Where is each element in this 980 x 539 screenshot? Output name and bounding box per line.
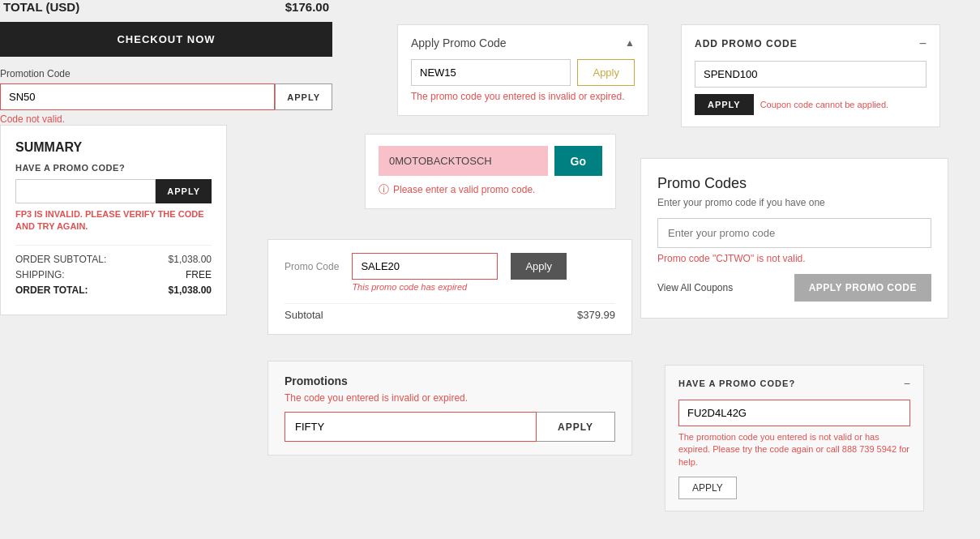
promo-apply-panel: Promo Code This promo code has expired A… <box>267 239 632 335</box>
shipping-label: SHIPPING: <box>15 269 65 280</box>
go-input-row: Go <box>379 146 602 176</box>
have-promo-apply-button[interactable]: APPLY <box>678 477 737 499</box>
apply-promo-button[interactable]: Apply <box>577 59 635 86</box>
promo-subtotal-row: Subtotal $379.99 <box>285 303 615 321</box>
have-promo-label: HAVE A PROMO CODE? <box>15 163 212 173</box>
apply-promo-input[interactable] <box>411 59 571 86</box>
go-error-row: ⓘ Please enter a valid promo code. <box>379 182 602 197</box>
have-promo-input[interactable] <box>678 400 910 426</box>
summary-promo-error: FP3 IS INVALID. PLEASE VERIFY THE CODE A… <box>15 208 212 233</box>
have-promo-panel-title: HAVE A PROMO CODE? <box>678 379 795 388</box>
have-promo-error: The promotion code you entered is not va… <box>678 431 910 468</box>
go-button[interactable]: Go <box>554 146 602 176</box>
promotions-input[interactable] <box>285 412 537 442</box>
promotions-apply-button[interactable]: APPLY <box>537 412 615 442</box>
promo-input-row: APPLY <box>0 83 332 110</box>
summary-subtotal-row: ORDER SUBTOTAL: $1,038.00 <box>15 254 212 265</box>
go-panel: Go ⓘ Please enter a valid promo code. <box>365 134 616 209</box>
apply-promo-error: The promo code you entered is invalid or… <box>411 91 635 102</box>
checkout-panel: TOTAL (USD) $176.00 CHECKOUT NOW Promoti… <box>0 0 332 125</box>
apply-promo-input-row: Apply <box>411 59 635 86</box>
add-promo-title: ADD PROMO CODE <box>695 38 798 49</box>
apply-promo-panel: Apply Promo Code ▲ Apply The promo code … <box>397 24 648 116</box>
promo-codes-panel: Promo Codes Enter your promo code if you… <box>640 158 948 319</box>
apply-promo-title: Apply Promo Code <box>411 36 507 49</box>
promo-code-label: Promotion Code <box>0 68 332 79</box>
promotions-panel: Promotions The code you entered is inval… <box>267 361 632 456</box>
shipping-value: FREE <box>186 269 212 280</box>
have-promo-panel-header: HAVE A PROMO CODE? − <box>678 377 910 390</box>
add-promo-apply-button[interactable]: APPLY <box>695 94 754 115</box>
promo-codes-error: Promo code "CJTWO" is not valid. <box>657 253 931 264</box>
promo-code-field-label: Promo Code <box>285 253 339 272</box>
promo-codes-input[interactable] <box>657 218 931 248</box>
summary-shipping-row: SHIPPING: FREE <box>15 269 212 280</box>
total-label: TOTAL (USD) <box>3 0 79 14</box>
add-promo-panel: ADD PROMO CODE − APPLY Coupon code canno… <box>681 24 940 127</box>
summary-panel: SUMMARY HAVE A PROMO CODE? APPLY FP3 IS … <box>0 125 227 315</box>
total-amount: $176.00 <box>285 0 329 14</box>
total-row: TOTAL (USD) $176.00 <box>0 0 332 14</box>
promo-code-input[interactable] <box>0 83 275 110</box>
promo-apply-button[interactable]: APPLY <box>275 83 332 110</box>
checkout-button[interactable]: CHECKOUT NOW <box>0 22 332 57</box>
view-coupons-link[interactable]: View All Coupons <box>657 282 733 293</box>
promo-codes-title: Promo Codes <box>657 175 931 192</box>
have-promo-minus-icon[interactable]: − <box>904 377 910 390</box>
summary-promo-row: APPLY <box>15 179 212 203</box>
promo-code-row: Promo Code This promo code has expired A… <box>285 253 615 292</box>
minus-icon[interactable]: − <box>919 36 927 51</box>
promo-codes-subtitle: Enter your promo code if you have one <box>657 197 931 208</box>
order-total-label: ORDER TOTAL: <box>15 284 88 296</box>
promo-subtotal-value: $379.99 <box>577 309 615 321</box>
summary-total-row: ORDER TOTAL: $1,038.00 <box>15 284 212 296</box>
subtotal-value: $1,038.00 <box>169 254 212 265</box>
summary-divider <box>15 245 212 246</box>
subtotal-label: ORDER SUBTOTAL: <box>15 254 106 265</box>
promo-expired-msg: This promo code has expired <box>352 282 498 292</box>
promo-subtotal-label: Subtotal <box>285 309 323 321</box>
summary-title: SUMMARY <box>15 140 212 155</box>
promo-codes-footer: View All Coupons APPLY PROMO CODE <box>657 274 931 302</box>
promotions-title: Promotions <box>285 374 615 387</box>
chevron-up-icon[interactable]: ▲ <box>625 37 635 49</box>
go-promo-input[interactable] <box>379 146 548 176</box>
promotions-input-row: APPLY <box>285 412 615 442</box>
have-promo-panel: HAVE A PROMO CODE? − The promotion code … <box>665 365 924 511</box>
promotions-error: The code you entered is invalid or expir… <box>285 392 615 404</box>
summary-apply-button[interactable]: APPLY <box>156 179 212 203</box>
add-promo-header: ADD PROMO CODE − <box>695 36 927 51</box>
promo-code-col: This promo code has expired <box>352 253 498 292</box>
add-promo-coupon-error: Coupon code cannot be applied. <box>760 100 888 109</box>
go-error-text: Please enter a valid promo code. <box>393 184 535 195</box>
apply-promo-header: Apply Promo Code ▲ <box>411 36 635 49</box>
summary-promo-input[interactable] <box>15 179 156 203</box>
promo-apply-gray-button[interactable]: Apply <box>511 253 567 280</box>
promo-code-field-input[interactable] <box>352 253 498 280</box>
info-circle-icon: ⓘ <box>379 182 389 197</box>
apply-promo-code-button[interactable]: APPLY PROMO CODE <box>794 274 931 302</box>
add-promo-input[interactable] <box>695 61 927 88</box>
add-promo-error-row: APPLY Coupon code cannot be applied. <box>695 94 927 115</box>
promo-code-error: Code not valid. <box>0 113 332 125</box>
order-total-value: $1,038.00 <box>169 284 212 296</box>
